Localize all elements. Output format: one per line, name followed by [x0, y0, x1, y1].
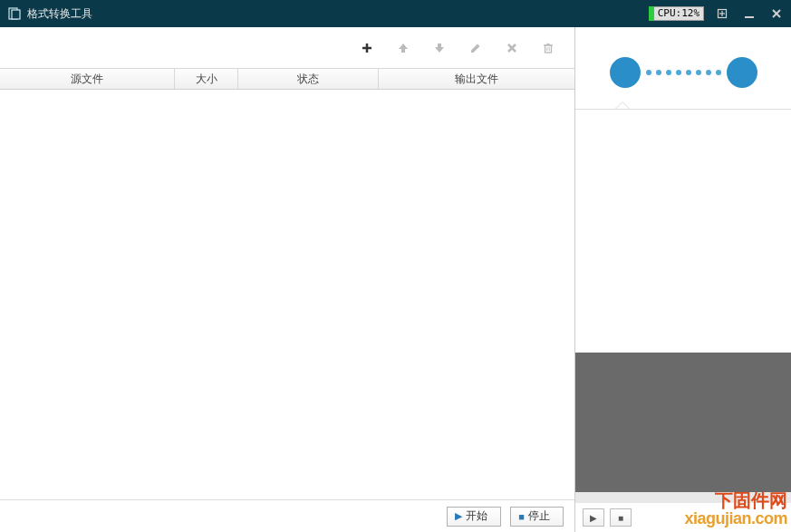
left-panel: 源文件 大小 状态 输出文件 ▶ 开始 ■ 停止 — [0, 27, 575, 532]
svg-rect-1 — [12, 10, 20, 19]
preview-video-area — [575, 353, 791, 492]
start-button-label: 开始 — [466, 508, 487, 524]
window-buttons — [715, 6, 784, 21]
column-header-output[interactable]: 输出文件 — [379, 69, 574, 89]
preview-stop-button[interactable]: ■ — [610, 508, 632, 527]
stop-button[interactable]: ■ 停止 — [510, 507, 564, 527]
start-button[interactable]: ▶ 开始 — [447, 507, 501, 527]
minimize-button[interactable] — [742, 6, 757, 21]
restore-button[interactable] — [715, 6, 729, 21]
close-button[interactable] — [769, 6, 784, 21]
stop-button-label: 停止 — [528, 508, 550, 524]
target-format-circle[interactable] — [727, 57, 757, 88]
preview-controls: ▶ ■ — [575, 503, 791, 532]
stop-icon: ■ — [518, 511, 525, 522]
play-icon: ▶ — [455, 510, 462, 522]
delete-button[interactable] — [533, 34, 564, 62]
app-title: 格式转换工具 — [27, 6, 653, 22]
svg-rect-12 — [545, 45, 552, 53]
table-body — [0, 90, 574, 499]
titlebar: 格式转换工具 CPU:12% — [0, 0, 791, 27]
main-area: 源文件 大小 状态 输出文件 ▶ 开始 ■ 停止 — [0, 27, 791, 532]
cpu-badge: CPU:12% — [653, 6, 704, 21]
conversion-diagram — [575, 27, 791, 109]
table-header: 源文件 大小 状态 输出文件 — [0, 68, 574, 90]
bottom-bar: ▶ 开始 ■ 停止 — [0, 499, 574, 532]
move-up-button[interactable] — [388, 34, 419, 62]
preview-progress-bar[interactable] — [575, 492, 791, 503]
right-panel: ▶ ■ — [575, 27, 791, 532]
preview-play-button[interactable]: ▶ — [583, 508, 604, 527]
diagram-divider — [575, 109, 791, 110]
toolbar — [0, 27, 574, 68]
column-header-status[interactable]: 状态 — [238, 69, 379, 89]
app-icon — [7, 6, 22, 21]
column-header-size[interactable]: 大小 — [175, 69, 238, 89]
format-options-area — [575, 110, 791, 353]
source-format-circle[interactable] — [610, 57, 641, 88]
remove-button[interactable] — [497, 34, 527, 62]
edit-button[interactable] — [460, 34, 491, 62]
add-button[interactable] — [352, 34, 382, 62]
column-header-source[interactable]: 源文件 — [0, 69, 175, 89]
arrow-dots — [646, 70, 721, 75]
move-down-button[interactable] — [424, 34, 455, 62]
